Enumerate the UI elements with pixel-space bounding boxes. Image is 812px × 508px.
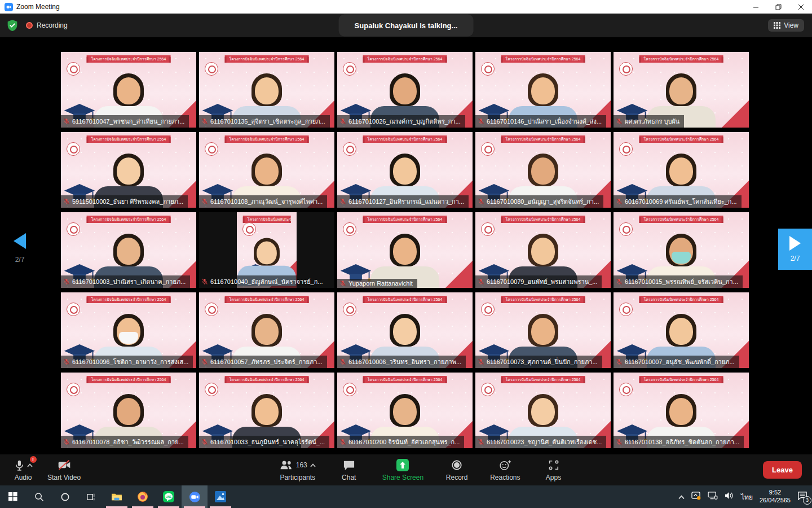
leave-button[interactable]: Leave <box>763 461 802 479</box>
arrow-right-icon <box>789 236 801 251</box>
org-logo-icon <box>343 383 356 396</box>
chevron-up-icon[interactable] <box>310 463 316 467</box>
restore-button[interactable] <box>767 0 789 14</box>
participant-tile[interactable]: โครงการปัจฉิมนิเทศประจำปีการศึกษา 2564 <box>337 373 473 448</box>
participant-nameplate: 61167010047_พรชนก_ล่าเทียน_กายภา... <box>61 115 189 128</box>
banner-text: โครงการปัจฉิมนิเทศประจำปีการศึกษา 2564 <box>644 378 719 382</box>
participant-tile[interactable]: โครงการปัจฉิมนิเทศประจำปีการศึกษา 2564 <box>475 212 611 288</box>
participant-tile[interactable]: โครงการปัจฉิมนิเทศประจำปีการศึกษา 2564 <box>614 212 749 288</box>
file-explorer-button[interactable] <box>104 485 130 508</box>
banner-ribbon: โครงการปัจฉิมนิเทศประจำปีการศึกษา 2564 <box>639 135 723 143</box>
virtual-background: โครงการปัจฉิมนิเทศประจำปีการศึกษา 2564 <box>337 212 473 288</box>
chevron-up-icon[interactable] <box>27 463 33 467</box>
mic-muted-icon <box>63 358 70 365</box>
participant-tile[interactable]: โครงการปัจฉิมนิเทศประจำปีการศึกษา 2564 <box>199 292 334 368</box>
tray-chevron-up-icon[interactable] <box>678 493 685 501</box>
record-button[interactable]: Record <box>439 456 474 484</box>
zoom-taskbar-button[interactable] <box>182 485 208 508</box>
participant-tile[interactable]: โครงการปัจฉิมนิเทศประจำปีการศึกษา 2564 <box>614 292 749 368</box>
language-indicator[interactable]: ไทย <box>741 492 753 502</box>
task-view-button[interactable] <box>78 485 104 508</box>
line-app-button[interactable]: LINE <box>156 485 182 508</box>
participant-name: 60167010069 ศรัณย์พร_โคกสันเทียะ_ก... <box>625 196 737 207</box>
corner-decoration <box>445 261 473 288</box>
participant-name: 61167010026_ณรงค์กร_บุญกิตติพร_กา... <box>348 116 461 126</box>
participant-tile[interactable]: โครงการปัจฉิมนิเทศประจำปีการศึกษา 2564 <box>199 212 334 288</box>
org-logo-icon <box>343 62 356 76</box>
security-shield-icon[interactable] <box>7 19 18 32</box>
participant-tile[interactable]: โครงการปัจฉิมนิเทศประจำปีการศึกษา 2564 <box>614 52 749 128</box>
previous-page-button[interactable]: 2/7 <box>7 233 32 264</box>
next-page-button[interactable]: 2/7 <box>778 229 812 270</box>
participant-tile[interactable]: โครงการปัจฉิมนิเทศประจำปีการศึกษา 2564 <box>614 373 749 448</box>
participant-tile[interactable]: โครงการปัจฉิมนิเทศประจำปีการศึกษา 2564 <box>61 212 196 288</box>
clock-date: 26/04/2565 <box>760 497 791 505</box>
participant-tile[interactable]: โครงการปัจฉิมนิเทศประจำปีการศึกษา 2564 <box>475 292 611 368</box>
search-button[interactable] <box>26 485 52 508</box>
banner-text: โครงการปัจฉิมนิเทศประจำปีการศึกษา 2564 <box>91 137 166 141</box>
org-logo-icon <box>67 383 80 396</box>
grid-view-icon <box>774 22 780 29</box>
volume-icon[interactable] <box>725 492 734 502</box>
banner-text: โครงการปัจฉิมนิเทศประจำปีการศึกษา 2564 <box>644 137 719 141</box>
participant-tile[interactable]: โครงการปัจฉิมนิเทศประจำปีการศึกษา 2564 <box>337 132 473 208</box>
action-center-button[interactable]: 3 <box>797 491 807 502</box>
cortana-button[interactable] <box>52 485 78 508</box>
start-button[interactable] <box>0 485 26 508</box>
record-icon <box>451 459 462 471</box>
participant-tile[interactable]: โครงการปัจฉิมนิเทศประจำปีการศึกษา 2564 <box>199 373 334 448</box>
participant-name: 61167010096_โชติกา_อาษาวัง_การส่งเส... <box>72 357 188 367</box>
participant-nameplate: Yupaporn Rattanavichit <box>337 279 417 288</box>
participant-tile[interactable]: โครงการปัจฉิมนิเทศประจำปีการศึกษา 2564 <box>61 52 196 128</box>
org-logo-icon <box>619 62 633 76</box>
view-button[interactable]: View <box>768 19 804 32</box>
apps-button[interactable]: Apps <box>536 456 571 484</box>
participant-tile[interactable]: โครงการปัจฉิมนิเทศประจำปีการศึกษา 2564 <box>199 132 334 208</box>
tray-update-icon[interactable] <box>691 492 701 502</box>
participant-tile[interactable]: โครงการปัจฉิมนิเทศประจำปีการศึกษา 2564 <box>337 212 473 288</box>
participant-nameplate: 61167010007_อนุธัช_พัฒนพักดิ์_กายภ... <box>614 356 739 368</box>
banner-ribbon: โครงการปัจฉิมนิเทศประจำปีการศึกษา 2564 <box>363 296 447 303</box>
org-logo-icon <box>619 222 633 236</box>
minimize-button[interactable] <box>744 0 767 14</box>
participant-tile[interactable]: โครงการปัจฉิมนิเทศประจำปีการศึกษา 2564 <box>337 292 473 368</box>
org-logo-icon <box>481 142 495 156</box>
participant-name: 61167010073_ศุภกานต์_ปิ่นปัก_กายภา... <box>487 357 598 367</box>
participant-nameplate: ผศ.ดร.ภัทธกร บุบผัน <box>614 115 684 128</box>
banner-text: โครงการปัจฉิมนิเทศประจำปีการศึกษา 2564 <box>644 57 719 61</box>
participant-tile[interactable]: โครงการปัจฉิมนิเทศประจำปีการศึกษา 2564 <box>614 132 749 208</box>
participant-tile[interactable]: โครงการปัจฉิมนิเทศประจำปีการศึกษา 2564 <box>61 373 196 448</box>
participant-tile[interactable]: โครงการปัจฉิมนิเทศประจำปีการศึกษา 2564 <box>475 132 611 208</box>
taskbar-clock[interactable]: 9:52 26/04/2565 <box>760 489 791 505</box>
mic-muted-icon <box>616 439 623 445</box>
close-button[interactable] <box>789 0 812 14</box>
mic-muted-icon <box>201 439 208 445</box>
start-video-button[interactable]: Start Video <box>44 456 84 484</box>
chat-button[interactable]: Chat <box>332 456 367 484</box>
participant-tile[interactable]: โครงการปัจฉิมนิเทศประจำปีการศึกษา 2564 <box>475 373 611 448</box>
participants-button[interactable]: 163 Participants <box>276 456 319 484</box>
zoom-meeting-window: Zoom Meeting Recording Supaluk Chayaku <box>0 0 812 508</box>
participant-tile[interactable]: โครงการปัจฉิมนิเทศประจำปีการศึกษา 2564 <box>337 52 473 128</box>
share-screen-button[interactable]: Share Screen <box>379 456 427 484</box>
photos-app-button[interactable] <box>208 485 233 508</box>
firefox-button[interactable] <box>130 485 156 508</box>
participant-nameplate: 59115010002_ธันยา ศิริพรมงคล_กายภ... <box>61 195 188 208</box>
network-display-icon[interactable] <box>708 492 718 502</box>
banner-ribbon: โครงการปัจฉิมนิเทศประจำปีการศึกษา 2564 <box>87 135 171 143</box>
banner-ribbon: โครงการปัจฉิมนิเทศประจำปีการศึกษา 2564 <box>87 216 171 223</box>
participant-tile[interactable]: โครงการปัจฉิมนิเทศประจำปีการศึกษา 2564 <box>475 52 611 128</box>
banner-text: โครงการปัจฉิมนิเทศประจำปีการศึกษา 2564 <box>506 217 581 221</box>
org-logo-icon <box>343 142 356 156</box>
line-app-icon: LINE <box>163 491 174 502</box>
participant-tile[interactable]: โครงการปัจฉิมนิเทศประจำปีการศึกษา 2564 <box>61 132 196 208</box>
participant-tile[interactable]: โครงการปัจฉิมนิเทศประจำปีการศึกษา 2564 <box>199 52 334 128</box>
audio-button[interactable]: ! Audio <box>6 456 41 484</box>
record-label: Record <box>446 474 468 481</box>
recording-indicator[interactable]: Recording <box>26 21 68 29</box>
mic-muted-icon <box>201 278 208 285</box>
apps-label: Apps <box>546 474 561 481</box>
reactions-button[interactable]: Reactions <box>487 456 523 484</box>
participant-tile[interactable]: โครงการปัจฉิมนิเทศประจำปีการศึกษา 2564 <box>61 292 196 368</box>
banner-ribbon: โครงการปัจฉิมนิเทศประจำปีการศึกษา 2564 <box>501 55 585 63</box>
